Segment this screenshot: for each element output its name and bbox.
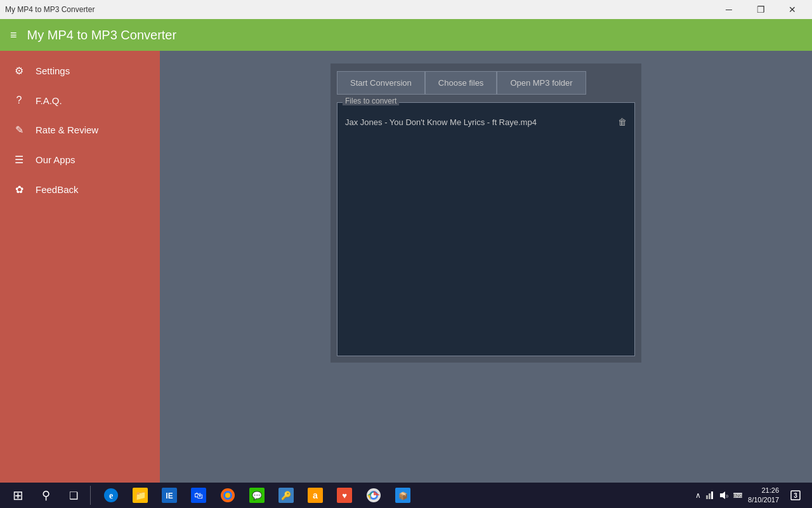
task-view-button[interactable]: ❑ (61, 483, 86, 508)
svg-text:♥: ♥ (342, 491, 347, 500)
taskbar-app-explorer[interactable]: 📁 (126, 483, 154, 508)
titlebar: My MP4 to MP3 Converter ─ ❐ ✕ (0, 0, 812, 19)
svg-text:a: a (313, 490, 318, 500)
taskbar-time-value: 21:26 (748, 486, 779, 495)
notification-button[interactable]: 3 (784, 483, 807, 508)
taskbar-app-misc[interactable]: 📦 (389, 483, 417, 508)
taskbar-app-firefox[interactable] (214, 483, 242, 508)
close-button[interactable]: ✕ (778, 0, 807, 19)
svg-text:💬: 💬 (252, 490, 263, 501)
files-list: Jax Jones - You Don't Know Me Lyrics - f… (344, 114, 628, 130)
sidebar: ⚙ Settings ? F.A.Q. ✎ Rate & Review ☰ Ou… (0, 51, 160, 483)
svg-rect-25 (709, 493, 710, 499)
app-title: My MP4 to MP3 Converter (27, 28, 177, 43)
menu-icon[interactable]: ≡ (10, 29, 17, 42)
svg-text:🛍: 🛍 (194, 490, 203, 500)
svg-text:📁: 📁 (135, 490, 147, 501)
taskbar-app-keepass[interactable]: 🔑 (272, 483, 300, 508)
taskbar-app-hb[interactable]: ♥ (331, 483, 358, 508)
svg-text:)): )) (726, 494, 728, 498)
svg-text:3: 3 (794, 492, 797, 499)
app-header: ≡ My MP4 to MP3 Converter (0, 19, 812, 51)
taskbar-date-value: 8/10/2017 (748, 495, 779, 505)
sidebar-item-settings[interactable]: ⚙ Settings (0, 56, 160, 86)
sidebar-item-feedback[interactable]: ✿ FeedBack (0, 175, 160, 204)
svg-point-10 (225, 493, 230, 498)
taskbar-apps: e 📁 IE 🛍 💬 🔑 (97, 483, 417, 508)
svg-text:IE: IE (166, 491, 173, 500)
taskbar-app-wechat[interactable]: 💬 (243, 483, 271, 508)
files-to-convert-box: Files to convert Jax Jones - You Don't K… (337, 102, 635, 356)
file-name: Jax Jones - You Don't Know Me Lyrics - f… (345, 117, 613, 127)
choose-files-button[interactable]: Choose files (425, 71, 497, 95)
sidebar-item-faq[interactable]: ? F.A.Q. (0, 86, 160, 115)
start-button[interactable]: ⊞ (5, 483, 30, 508)
sidebar-label-faq: F.A.Q. (36, 95, 62, 106)
sidebar-item-rate[interactable]: ✎ Rate & Review (0, 115, 160, 145)
start-conversion-button[interactable]: Start Conversion (337, 71, 425, 95)
system-tray: ∧ )) ENG (695, 490, 743, 500)
taskbar-app-chrome[interactable] (360, 483, 388, 508)
svg-text:ENG: ENG (733, 493, 742, 498)
feedback-icon: ✿ (13, 184, 25, 196)
sidebar-label-settings: Settings (36, 65, 70, 76)
svg-text:🔑: 🔑 (281, 490, 292, 501)
search-button[interactable]: ⚲ (33, 483, 58, 508)
apps-icon: ☰ (13, 154, 25, 166)
taskbar-app-ie[interactable]: IE (155, 483, 183, 508)
svg-marker-27 (720, 491, 725, 499)
titlebar-controls: ─ ❐ ✕ (714, 0, 807, 19)
sidebar-label-feedback: FeedBack (36, 184, 79, 195)
taskbar-clock[interactable]: 21:26 8/10/2017 (748, 486, 779, 505)
svg-rect-26 (711, 491, 713, 499)
keyboard-icon: ENG (733, 490, 743, 500)
taskbar-right: ∧ )) ENG 21:26 8/10/2017 3 (695, 483, 807, 508)
delete-file-button[interactable]: 🗑 (618, 117, 627, 127)
file-item: Jax Jones - You Don't Know Me Lyrics - f… (344, 114, 628, 130)
open-mp3-folder-button[interactable]: Open MP3 folder (497, 71, 586, 95)
main-layout: ⚙ Settings ? F.A.Q. ✎ Rate & Review ☰ Ou… (0, 51, 812, 483)
volume-icon[interactable]: )) (719, 490, 729, 500)
taskbar-app-edge[interactable]: e (97, 483, 125, 508)
tray-expand[interactable]: ∧ (695, 491, 701, 500)
taskbar: ⊞ ⚲ ❑ e 📁 IE 🛍 (0, 483, 812, 508)
settings-icon: ⚙ (13, 65, 25, 77)
sidebar-label-rate: Rate & Review (36, 124, 98, 135)
rate-icon: ✎ (13, 124, 25, 136)
files-box-label: Files to convert (343, 97, 399, 105)
taskbar-divider (90, 486, 91, 505)
restore-button[interactable]: ❐ (746, 0, 775, 19)
content-area: Start Conversion Choose files Open MP3 f… (160, 51, 812, 483)
titlebar-title: My MP4 to MP3 Converter (5, 5, 95, 14)
network-icon (705, 490, 715, 500)
taskbar-left: ⊞ ⚲ ❑ e 📁 IE 🛍 (5, 483, 417, 508)
sidebar-label-apps: Our Apps (36, 154, 75, 165)
taskbar-app-amazon[interactable]: a (301, 483, 329, 508)
svg-text:📦: 📦 (398, 491, 408, 500)
converter-panel: Start Conversion Choose files Open MP3 f… (331, 64, 641, 363)
minimize-button[interactable]: ─ (714, 0, 743, 19)
taskbar-app-store[interactable]: 🛍 (185, 483, 213, 508)
sidebar-item-apps[interactable]: ☰ Our Apps (0, 145, 160, 175)
svg-rect-24 (706, 495, 708, 499)
svg-text:e: e (109, 491, 113, 500)
faq-icon: ? (13, 95, 25, 106)
